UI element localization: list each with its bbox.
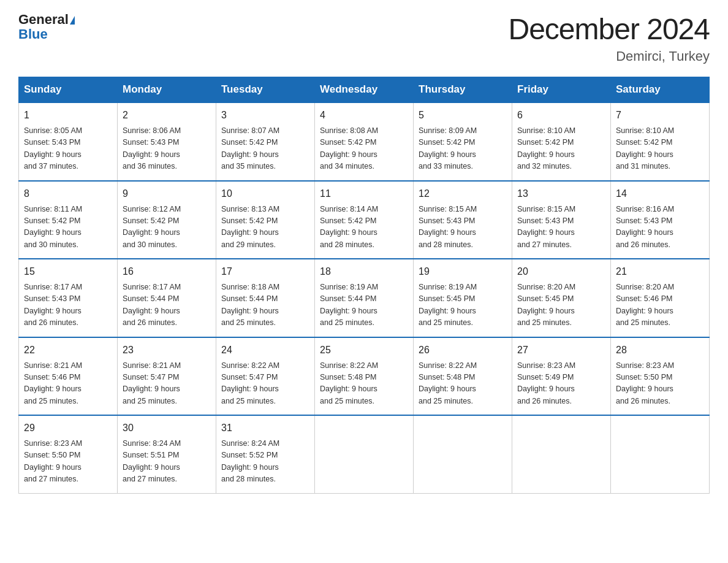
day-info: Sunrise: 8:23 AMSunset: 5:49 PMDaylight:… <box>517 360 605 408</box>
day-number: 19 <box>419 264 507 279</box>
calendar-cell: 3Sunrise: 8:07 AMSunset: 5:42 PMDaylight… <box>216 102 315 181</box>
calendar-week-row: 8Sunrise: 8:11 AMSunset: 5:42 PMDaylight… <box>19 181 710 259</box>
day-number: 2 <box>123 108 211 123</box>
day-info: Sunrise: 8:22 AMSunset: 5:47 PMDaylight:… <box>221 360 309 408</box>
calendar-cell: 6Sunrise: 8:10 AMSunset: 5:42 PMDaylight… <box>512 102 611 181</box>
calendar-cell: 2Sunrise: 8:06 AMSunset: 5:43 PMDaylight… <box>118 102 216 181</box>
day-number: 16 <box>123 264 211 279</box>
day-info: Sunrise: 8:19 AMSunset: 5:45 PMDaylight:… <box>419 282 507 329</box>
day-number: 3 <box>221 108 309 123</box>
calendar-cell <box>512 415 611 493</box>
calendar-cell: 27Sunrise: 8:23 AMSunset: 5:49 PMDayligh… <box>512 337 611 416</box>
calendar-cell: 25Sunrise: 8:22 AMSunset: 5:48 PMDayligh… <box>315 337 414 416</box>
day-of-week-header: Saturday <box>611 77 710 103</box>
day-info: Sunrise: 8:07 AMSunset: 5:42 PMDaylight:… <box>221 125 309 173</box>
day-number: 21 <box>616 264 704 279</box>
day-info: Sunrise: 8:14 AMSunset: 5:42 PMDaylight:… <box>320 204 408 251</box>
day-of-week-header: Monday <box>118 77 216 103</box>
calendar-cell: 5Sunrise: 8:09 AMSunset: 5:42 PMDaylight… <box>414 102 512 181</box>
day-number: 17 <box>221 264 309 279</box>
calendar-cell: 28Sunrise: 8:23 AMSunset: 5:50 PMDayligh… <box>611 337 710 416</box>
logo-triangle-icon <box>70 16 75 25</box>
calendar-cell <box>315 415 414 493</box>
logo-text: General Blue <box>18 12 75 42</box>
calendar-cell <box>414 415 512 493</box>
day-number: 22 <box>24 343 112 358</box>
day-number: 5 <box>419 108 507 123</box>
calendar-cell: 8Sunrise: 8:11 AMSunset: 5:42 PMDaylight… <box>19 181 118 259</box>
day-number: 30 <box>123 421 211 435</box>
day-info: Sunrise: 8:12 AMSunset: 5:42 PMDaylight:… <box>123 204 211 251</box>
calendar-cell: 24Sunrise: 8:22 AMSunset: 5:47 PMDayligh… <box>216 337 315 416</box>
calendar-cell: 9Sunrise: 8:12 AMSunset: 5:42 PMDaylight… <box>118 181 216 259</box>
day-number: 25 <box>320 343 408 358</box>
day-of-week-header: Thursday <box>414 77 512 103</box>
day-of-week-header: Friday <box>512 77 611 103</box>
calendar-week-row: 22Sunrise: 8:21 AMSunset: 5:46 PMDayligh… <box>19 337 710 416</box>
days-header-row: SundayMondayTuesdayWednesdayThursdayFrid… <box>19 77 710 103</box>
calendar-week-row: 1Sunrise: 8:05 AMSunset: 5:43 PMDaylight… <box>19 102 710 181</box>
calendar-cell <box>611 415 710 493</box>
day-info: Sunrise: 8:15 AMSunset: 5:43 PMDaylight:… <box>517 204 605 251</box>
day-info: Sunrise: 8:17 AMSunset: 5:44 PMDaylight:… <box>123 282 211 329</box>
logo-general: General <box>18 12 69 27</box>
day-number: 31 <box>221 421 309 435</box>
calendar-cell: 17Sunrise: 8:18 AMSunset: 5:44 PMDayligh… <box>216 259 315 337</box>
calendar-cell: 13Sunrise: 8:15 AMSunset: 5:43 PMDayligh… <box>512 181 611 259</box>
day-number: 4 <box>320 108 408 123</box>
day-number: 20 <box>517 264 605 279</box>
day-number: 23 <box>123 343 211 358</box>
calendar-week-row: 15Sunrise: 8:17 AMSunset: 5:43 PMDayligh… <box>19 259 710 337</box>
calendar-cell: 1Sunrise: 8:05 AMSunset: 5:43 PMDaylight… <box>19 102 118 181</box>
day-info: Sunrise: 8:22 AMSunset: 5:48 PMDaylight:… <box>419 360 507 408</box>
day-number: 10 <box>221 186 309 201</box>
day-number: 27 <box>517 343 605 358</box>
day-number: 7 <box>616 108 704 123</box>
day-number: 15 <box>24 264 112 279</box>
page-header: General Blue December 2024 Demirci, Turk… <box>18 12 710 64</box>
day-info: Sunrise: 8:20 AMSunset: 5:46 PMDaylight:… <box>616 282 704 329</box>
calendar-cell: 11Sunrise: 8:14 AMSunset: 5:42 PMDayligh… <box>315 181 414 259</box>
day-info: Sunrise: 8:17 AMSunset: 5:43 PMDaylight:… <box>24 282 112 329</box>
calendar-body: 1Sunrise: 8:05 AMSunset: 5:43 PMDaylight… <box>19 102 710 493</box>
day-info: Sunrise: 8:08 AMSunset: 5:42 PMDaylight:… <box>320 125 408 173</box>
day-number: 13 <box>517 186 605 201</box>
day-number: 9 <box>123 186 211 201</box>
day-number: 8 <box>24 186 112 201</box>
calendar-cell: 12Sunrise: 8:15 AMSunset: 5:43 PMDayligh… <box>414 181 512 259</box>
day-of-week-header: Tuesday <box>216 77 315 103</box>
calendar-cell: 7Sunrise: 8:10 AMSunset: 5:42 PMDaylight… <box>611 102 710 181</box>
day-info: Sunrise: 8:22 AMSunset: 5:48 PMDaylight:… <box>320 360 408 408</box>
calendar-cell: 23Sunrise: 8:21 AMSunset: 5:47 PMDayligh… <box>118 337 216 416</box>
calendar-cell: 22Sunrise: 8:21 AMSunset: 5:46 PMDayligh… <box>19 337 118 416</box>
day-info: Sunrise: 8:05 AMSunset: 5:43 PMDaylight:… <box>24 125 112 173</box>
day-info: Sunrise: 8:11 AMSunset: 5:42 PMDaylight:… <box>24 204 112 251</box>
calendar-cell: 14Sunrise: 8:16 AMSunset: 5:43 PMDayligh… <box>611 181 710 259</box>
calendar-cell: 29Sunrise: 8:23 AMSunset: 5:50 PMDayligh… <box>19 415 118 493</box>
day-number: 28 <box>616 343 704 358</box>
day-info: Sunrise: 8:06 AMSunset: 5:43 PMDaylight:… <box>123 125 211 173</box>
calendar-header: SundayMondayTuesdayWednesdayThursdayFrid… <box>19 77 710 103</box>
day-info: Sunrise: 8:23 AMSunset: 5:50 PMDaylight:… <box>24 438 112 486</box>
day-number: 24 <box>221 343 309 358</box>
day-info: Sunrise: 8:10 AMSunset: 5:42 PMDaylight:… <box>616 125 704 173</box>
day-number: 26 <box>419 343 507 358</box>
calendar-cell: 10Sunrise: 8:13 AMSunset: 5:42 PMDayligh… <box>216 181 315 259</box>
calendar-subtitle: Demirci, Turkey <box>508 48 710 64</box>
calendar-cell: 18Sunrise: 8:19 AMSunset: 5:44 PMDayligh… <box>315 259 414 337</box>
day-of-week-header: Wednesday <box>315 77 414 103</box>
day-info: Sunrise: 8:16 AMSunset: 5:43 PMDaylight:… <box>616 204 704 251</box>
calendar-cell: 15Sunrise: 8:17 AMSunset: 5:43 PMDayligh… <box>19 259 118 337</box>
day-info: Sunrise: 8:18 AMSunset: 5:44 PMDaylight:… <box>221 282 309 329</box>
day-info: Sunrise: 8:21 AMSunset: 5:47 PMDaylight:… <box>123 360 211 408</box>
day-info: Sunrise: 8:09 AMSunset: 5:42 PMDaylight:… <box>419 125 507 173</box>
day-info: Sunrise: 8:20 AMSunset: 5:45 PMDaylight:… <box>517 282 605 329</box>
calendar-cell: 16Sunrise: 8:17 AMSunset: 5:44 PMDayligh… <box>118 259 216 337</box>
day-info: Sunrise: 8:23 AMSunset: 5:50 PMDaylight:… <box>616 360 704 408</box>
calendar-cell: 4Sunrise: 8:08 AMSunset: 5:42 PMDaylight… <box>315 102 414 181</box>
logo: General Blue <box>18 12 75 42</box>
day-of-week-header: Sunday <box>19 77 118 103</box>
day-number: 18 <box>320 264 408 279</box>
day-info: Sunrise: 8:10 AMSunset: 5:42 PMDaylight:… <box>517 125 605 173</box>
day-number: 29 <box>24 421 112 435</box>
